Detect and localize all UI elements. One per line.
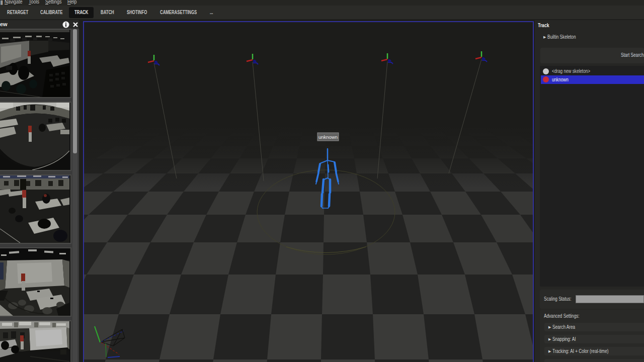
svg-text:unknown: unknown bbox=[318, 134, 338, 140]
